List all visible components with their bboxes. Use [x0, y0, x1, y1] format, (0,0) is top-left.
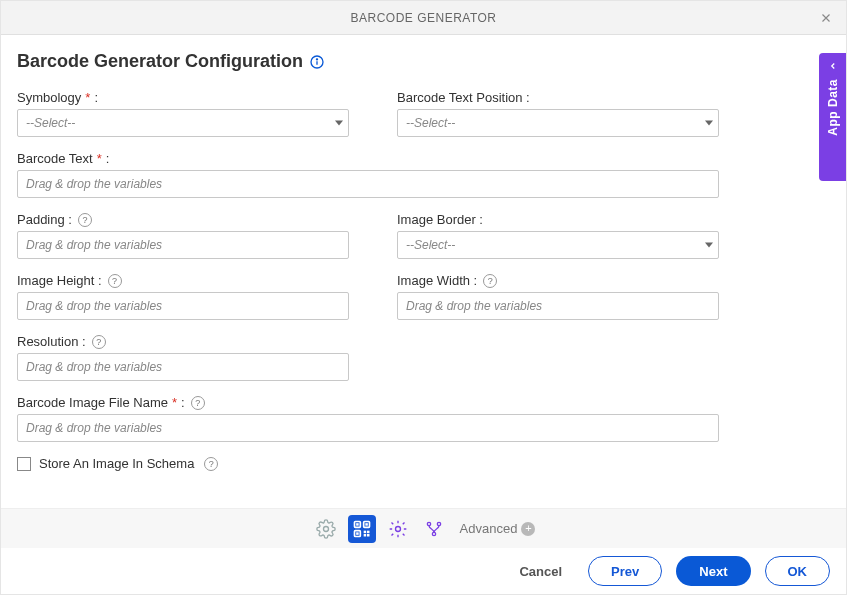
label-text: Image Width :	[397, 273, 477, 288]
info-icon[interactable]	[309, 54, 325, 70]
cancel-button[interactable]: Cancel	[507, 556, 574, 586]
toolbar-gear2-button[interactable]	[384, 515, 412, 543]
toolbar-branch-button[interactable]	[420, 515, 448, 543]
help-icon[interactable]: ?	[191, 396, 205, 410]
svg-point-15	[427, 522, 430, 525]
required-marker: *	[172, 395, 177, 410]
image-height-input[interactable]	[17, 292, 349, 320]
padding-input[interactable]	[17, 231, 349, 259]
form-content: Barcode Generator Configuration Symbolog…	[1, 35, 846, 471]
symbology-select[interactable]: --Select--	[17, 109, 349, 137]
plus-icon: +	[521, 522, 535, 536]
toolbar-qr-button[interactable]	[348, 515, 376, 543]
svg-rect-13	[367, 534, 370, 537]
help-icon[interactable]: ?	[204, 457, 218, 471]
image-width-input[interactable]	[397, 292, 719, 320]
select-value: --Select--	[26, 116, 75, 130]
label-text: Barcode Text	[17, 151, 93, 166]
field-image-width: Image Width : ?	[397, 273, 719, 320]
next-button[interactable]: Next	[676, 556, 750, 586]
store-image-checkbox[interactable]	[17, 457, 31, 471]
app-data-label: App Data	[826, 79, 840, 136]
field-barcode-image-file-name: Barcode Image File Name * : ?	[17, 395, 719, 442]
label-text: Image Border :	[397, 212, 483, 227]
label-barcode-text-position: Barcode Text Position :	[397, 90, 719, 105]
svg-rect-12	[363, 534, 366, 537]
svg-point-14	[395, 526, 400, 531]
field-resolution: Resolution : ?	[17, 334, 349, 381]
help-icon[interactable]: ?	[78, 213, 92, 227]
label-colon: :	[181, 395, 185, 410]
chevron-down-icon	[705, 243, 713, 248]
svg-point-2	[316, 58, 317, 59]
gear-icon	[316, 519, 336, 539]
field-store-image: Store An Image In Schema ?	[17, 456, 830, 471]
field-barcode-text-position: Barcode Text Position : --Select--	[397, 90, 719, 137]
label-text: Symbology	[17, 90, 81, 105]
step-toolbar: Advanced +	[1, 508, 846, 548]
chevron-down-icon	[335, 121, 343, 126]
svg-point-3	[323, 526, 328, 531]
select-value: --Select--	[406, 238, 455, 252]
ok-button[interactable]: OK	[765, 556, 831, 586]
app-data-side-tab[interactable]: App Data	[819, 53, 846, 181]
label-image-height: Image Height : ?	[17, 273, 349, 288]
help-icon[interactable]: ?	[108, 274, 122, 288]
advanced-toggle[interactable]: Advanced +	[460, 521, 536, 536]
page-title: Barcode Generator Configuration	[17, 51, 830, 72]
field-symbology: Symbology * : --Select--	[17, 90, 349, 137]
label-text: Padding :	[17, 212, 72, 227]
gear-icon	[388, 519, 408, 539]
label-text: Barcode Text Position :	[397, 90, 530, 105]
prev-button[interactable]: Prev	[588, 556, 662, 586]
chevron-down-icon	[705, 121, 713, 126]
field-padding: Padding : ?	[17, 212, 349, 259]
close-button[interactable]	[816, 8, 836, 28]
barcode-text-input[interactable]	[17, 170, 719, 198]
help-icon[interactable]: ?	[483, 274, 497, 288]
advanced-label: Advanced	[460, 521, 518, 536]
qr-icon	[352, 519, 372, 539]
label-image-border: Image Border :	[397, 212, 719, 227]
dialog-header: BARCODE GENERATOR	[1, 1, 846, 35]
label-colon: :	[106, 151, 110, 166]
label-symbology: Symbology * :	[17, 90, 349, 105]
field-image-height: Image Height : ?	[17, 273, 349, 320]
dialog-title: BARCODE GENERATOR	[350, 11, 496, 25]
select-value: --Select--	[406, 116, 455, 130]
required-marker: *	[85, 90, 90, 105]
page-title-text: Barcode Generator Configuration	[17, 51, 303, 72]
barcode-image-file-name-input[interactable]	[17, 414, 719, 442]
svg-rect-10	[363, 530, 366, 533]
label-text: Image Height :	[17, 273, 102, 288]
label-resolution: Resolution : ?	[17, 334, 349, 349]
svg-rect-7	[356, 523, 359, 526]
label-barcode-image-file-name: Barcode Image File Name * : ?	[17, 395, 719, 410]
store-image-label: Store An Image In Schema	[39, 456, 194, 471]
dialog-footer: Cancel Prev Next OK	[1, 548, 846, 594]
help-icon[interactable]: ?	[92, 335, 106, 349]
label-text: Barcode Image File Name	[17, 395, 168, 410]
svg-rect-9	[356, 532, 359, 535]
resolution-input[interactable]	[17, 353, 349, 381]
svg-rect-11	[367, 530, 370, 533]
label-image-width: Image Width : ?	[397, 273, 719, 288]
label-colon: :	[94, 90, 98, 105]
svg-point-17	[432, 532, 435, 535]
field-image-border: Image Border : --Select--	[397, 212, 719, 259]
svg-rect-8	[365, 523, 368, 526]
field-barcode-text: Barcode Text * :	[17, 151, 719, 198]
image-border-select[interactable]: --Select--	[397, 231, 719, 259]
close-icon	[819, 11, 833, 25]
label-barcode-text: Barcode Text * :	[17, 151, 719, 166]
chevron-left-icon	[828, 61, 838, 71]
label-padding: Padding : ?	[17, 212, 349, 227]
toolbar-settings-button[interactable]	[312, 515, 340, 543]
svg-point-16	[437, 522, 440, 525]
label-text: Resolution :	[17, 334, 86, 349]
branch-icon	[424, 519, 444, 539]
required-marker: *	[97, 151, 102, 166]
barcode-text-position-select[interactable]: --Select--	[397, 109, 719, 137]
